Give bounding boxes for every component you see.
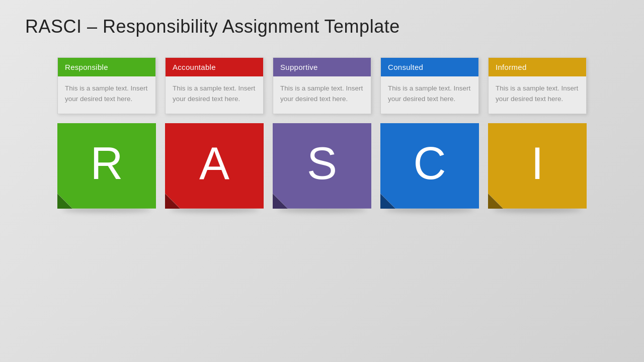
card-column-accountable: Accountable This is a sample text. Inser…	[165, 57, 264, 209]
card-column-informed: Informed This is a sample text. Insert y…	[488, 57, 587, 209]
tile-fold-accountable	[165, 194, 180, 209]
card-label-accountable: Accountable	[166, 58, 263, 76]
card-column-responsible: Responsible This is a sample text. Inser…	[57, 57, 156, 209]
card-body-responsible: This is a sample text. Insert your desir…	[58, 76, 155, 114]
svg-marker-1	[165, 194, 180, 209]
tile-letter-supportive: S	[307, 141, 337, 191]
tile-fold-consulted	[380, 194, 395, 209]
card-label-supportive: Supportive	[273, 58, 371, 76]
card-top-responsible: Responsible This is a sample text. Inser…	[57, 57, 156, 114]
card-label-consulted: Consulted	[381, 58, 478, 76]
tile-fold-supportive	[273, 194, 288, 209]
card-body-accountable: This is a sample text. Insert your desir…	[166, 76, 263, 114]
card-top-supportive: Supportive This is a sample text. Insert…	[273, 57, 371, 114]
svg-marker-3	[380, 194, 395, 209]
card-column-consulted: Consulted This is a sample text. Insert …	[380, 57, 479, 209]
card-body-consulted: This is a sample text. Insert your desir…	[381, 76, 478, 114]
card-body-supportive: This is a sample text. Insert your desir…	[273, 76, 371, 114]
tile-letter-consulted: C	[414, 141, 446, 191]
card-bottom-consulted: C	[380, 123, 479, 209]
card-label-responsible: Responsible	[58, 58, 155, 76]
tile-letter-informed: I	[531, 141, 543, 191]
card-label-informed: Informed	[489, 58, 586, 76]
card-column-supportive: Supportive This is a sample text. Insert…	[273, 57, 371, 209]
cards-container: Responsible This is a sample text. Inser…	[0, 47, 644, 209]
card-top-consulted: Consulted This is a sample text. Insert …	[380, 57, 479, 114]
card-top-informed: Informed This is a sample text. Insert y…	[488, 57, 587, 114]
card-bottom-supportive: S	[273, 123, 371, 209]
card-bottom-informed: I	[488, 123, 587, 209]
card-body-informed: This is a sample text. Insert your desir…	[489, 76, 586, 114]
tile-letter-accountable: A	[199, 141, 229, 191]
tile-fold-informed	[488, 194, 503, 209]
card-top-accountable: Accountable This is a sample text. Inser…	[165, 57, 264, 114]
svg-marker-4	[488, 194, 503, 209]
svg-marker-2	[273, 194, 288, 209]
page-title: RASCI – Responsibility Assignment Templa…	[0, 0, 644, 47]
card-bottom-accountable: A	[165, 123, 264, 209]
svg-marker-0	[57, 194, 72, 209]
tile-fold-responsible	[57, 194, 72, 209]
card-bottom-responsible: R	[57, 123, 156, 209]
tile-letter-responsible: R	[91, 141, 123, 191]
